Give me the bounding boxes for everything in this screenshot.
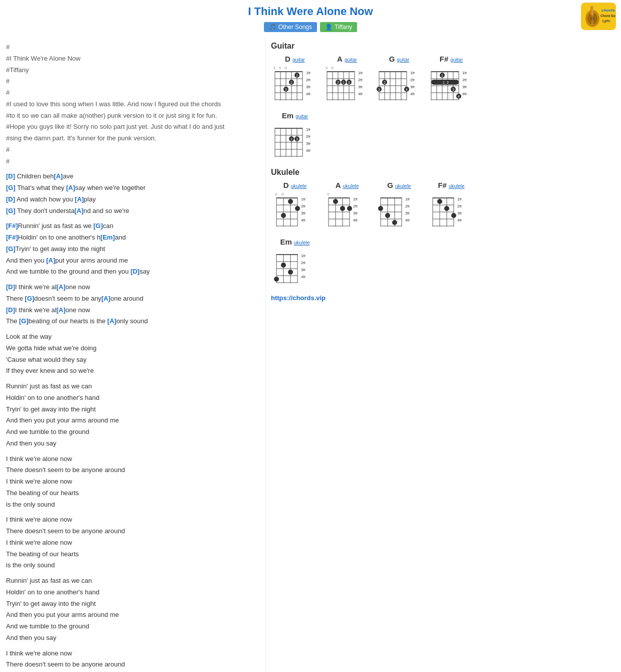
lyric-line: The beating of our hearts xyxy=(6,488,259,499)
lyric-line: 'Cause what would they say xyxy=(6,354,259,366)
svg-text:4fr: 4fr xyxy=(306,92,311,96)
chord-ref: [G] xyxy=(19,317,29,325)
svg-text:4fr: 4fr xyxy=(353,218,358,222)
lyric-line: # xyxy=(6,42,259,53)
svg-text:3fr: 3fr xyxy=(410,85,415,89)
chord-type-em-guitar[interactable]: guitar xyxy=(295,114,308,119)
chord-name-d-uke: D xyxy=(283,181,289,189)
lyric-line: Tryin' to get away into the night xyxy=(6,598,259,610)
svg-rect-93 xyxy=(431,80,459,85)
svg-text:1: 1 xyxy=(343,81,345,84)
chord-ref: [A] xyxy=(66,184,75,191)
chord-type-em-ukulele[interactable]: ukulele xyxy=(294,240,310,246)
chord-ref: [A] xyxy=(101,295,110,302)
lyrics-panel: ##I Think We're Alone Now#Tiffany###I us… xyxy=(0,38,265,672)
lyric-line: # xyxy=(6,144,259,156)
chord-type-g-guitar[interactable]: guitar xyxy=(397,57,409,63)
svg-text:3: 3 xyxy=(452,88,454,91)
svg-text:1: 1 xyxy=(443,81,445,84)
svg-text:4: 4 xyxy=(406,88,408,91)
lyric-line: [F#]Runnin' just as fast as we [G]can xyxy=(6,220,259,232)
page-header: I Think Were Alone Now 🎵 Other Songs 👤 T… xyxy=(0,0,621,38)
svg-text:2: 2 xyxy=(337,81,339,84)
svg-text:1: 1 xyxy=(296,74,298,77)
chord-name-fsharp: F# xyxy=(440,55,449,63)
svg-text:o: o xyxy=(327,191,330,196)
person-icon: 👤 xyxy=(325,24,333,31)
chord-type-a-ukulele[interactable]: ukulele xyxy=(343,183,359,189)
svg-text:Chord Song: Chord Song xyxy=(600,14,615,18)
lyric-line: If they ever knew and so we're xyxy=(6,365,259,377)
lyric-line: [D] And watch how you [A]play xyxy=(6,194,259,205)
chord-ref: [D] xyxy=(6,306,15,314)
svg-text:2: 2 xyxy=(384,81,386,84)
ukulele-chord-grid: D ukulele o o xyxy=(271,181,506,231)
lyric-line: And we tumble to the ground xyxy=(6,621,259,632)
svg-text:4fr: 4fr xyxy=(462,92,467,96)
lyric-line xyxy=(6,216,259,220)
lyric-line: Look at the way xyxy=(6,331,259,343)
chord-type-a-guitar[interactable]: guitar xyxy=(345,57,357,63)
chord-box-em-ukulele: Em ukulele 1fr 2fr xyxy=(271,238,319,287)
chord-box-g-guitar: G guitar xyxy=(375,55,423,104)
guitar-chord-grid-row2: Em guitar xyxy=(271,111,506,161)
svg-text:2fr: 2fr xyxy=(405,204,410,208)
svg-text:1fr: 1fr xyxy=(353,197,358,201)
svg-text:1fr: 1fr xyxy=(306,71,311,75)
svg-text:4fr: 4fr xyxy=(306,148,311,153)
svg-text:2fr: 2fr xyxy=(301,261,306,265)
svg-text:o: o xyxy=(284,65,287,70)
lyric-line: Tryin' to get away into the night xyxy=(6,404,259,415)
chord-diagram-g-guitar: 1fr 2fr 3fr 4fr 2 3 4 xyxy=(377,64,422,104)
chord-ref: [G] xyxy=(6,207,16,214)
chord-ref: [G] xyxy=(93,222,103,230)
artist-button[interactable]: 👤 Tiffany xyxy=(320,22,357,32)
svg-point-186 xyxy=(437,199,442,204)
svg-text:3: 3 xyxy=(348,81,350,84)
lyric-line: [D]I think we're al[A]one now xyxy=(6,282,259,293)
svg-text:4fr: 4fr xyxy=(410,92,415,96)
lyric-line: And we tumble to the ground and then you… xyxy=(6,266,259,278)
svg-text:chords.vip: chords.vip xyxy=(601,8,615,13)
chord-diagram-fsharp-ukulele: 1fr 2fr 3fr 4fr xyxy=(429,190,474,231)
lyric-line: The [G]beating of our hearts is the [A]o… xyxy=(6,316,259,327)
svg-text:3fr: 3fr xyxy=(301,268,306,272)
svg-point-154 xyxy=(333,199,338,204)
chord-diagram-d-guitar: x x o xyxy=(272,64,318,104)
lyric-line xyxy=(6,327,259,331)
chord-type-fsharp-ukulele[interactable]: ukulele xyxy=(449,183,465,189)
lyric-line: And then you put your arms around me xyxy=(6,415,259,426)
svg-text:1fr: 1fr xyxy=(457,197,462,201)
svg-text:3fr: 3fr xyxy=(462,85,467,89)
chord-ref: [D] xyxy=(131,268,140,275)
page-title: I Think Were Alone Now xyxy=(0,5,621,18)
lyric-line: # xyxy=(6,87,259,99)
lyric-line: #I Think We're Alone Now xyxy=(6,53,259,65)
logo-area: chords.vip Chord Song Lyric xyxy=(581,3,616,30)
chord-type-fsharp-guitar[interactable]: guitar xyxy=(450,57,463,63)
svg-text:3fr: 3fr xyxy=(405,211,410,215)
ukulele-chord-grid-row2: Em ukulele 1fr 2fr xyxy=(271,238,506,287)
lyric-line xyxy=(6,377,259,381)
lyric-line: There doesn't seem to be anyone around xyxy=(6,659,259,670)
lyric-line: [F#]Holdin' on to one another's h[Em]and xyxy=(6,232,259,244)
chord-type-d-guitar[interactable]: guitar xyxy=(292,57,305,63)
svg-text:3fr: 3fr xyxy=(353,211,358,215)
chord-type-g-ukulele[interactable]: ukulele xyxy=(395,183,411,189)
chord-name-d: D xyxy=(285,55,290,63)
other-songs-button[interactable]: 🎵 Other Songs xyxy=(264,22,317,32)
lyric-line: [G] That's what they [A]say when we're t… xyxy=(6,182,259,194)
svg-text:Lyric: Lyric xyxy=(602,19,610,23)
svg-text:1fr: 1fr xyxy=(301,254,306,258)
svg-point-202 xyxy=(281,263,286,268)
lyric-line: Runnin' just as fast as we can xyxy=(6,381,259,392)
lyric-line: There doesn't seem to be anyone around xyxy=(6,526,259,537)
svg-text:3: 3 xyxy=(285,88,287,91)
chord-url[interactable]: https://chords.vip xyxy=(271,294,506,302)
chord-ref: [A] xyxy=(57,283,66,291)
svg-point-138 xyxy=(295,206,300,211)
svg-text:1fr: 1fr xyxy=(301,197,306,201)
chord-name-a-uke: A xyxy=(336,181,341,189)
svg-point-155 xyxy=(340,206,345,211)
chord-type-d-ukulele[interactable]: ukulele xyxy=(291,183,307,189)
